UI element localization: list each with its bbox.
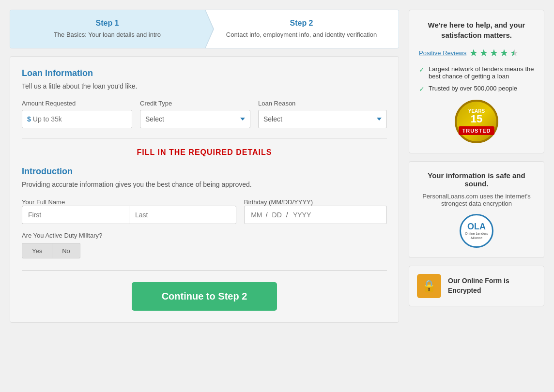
name-inputs [22,206,236,224]
step-2: Step 2 Contact info, employment info, an… [204,10,399,48]
check-icon-2: ✓ [419,85,425,93]
form-card: Loan Information Tell us a little about … [10,56,399,323]
loan-fields-row: Amount Requested $ Credit Type Select Lo… [22,100,387,128]
military-yes-button[interactable]: Yes [22,243,52,258]
dollar-sign: $ [27,115,31,123]
check-text-2: Trusted by over 500,000 people [429,85,517,92]
military-no-button[interactable]: No [52,243,80,258]
birthday-sep-1: / [266,211,268,219]
credit-select[interactable]: Select [140,110,250,128]
amount-label: Amount Requested [22,100,132,107]
section-divider-1 [22,138,387,138]
check-icon-1: ✓ [419,66,425,74]
birthday-label: Birthday (MM/DD/YYYY) [244,198,313,206]
check-text-1: Largest network of lenders means the bes… [429,65,534,80]
help-card: We're here to help, and your satisfactio… [409,10,544,153]
credit-label: Credit Type [140,100,250,107]
positive-reviews-link[interactable]: Positive Reviews [419,49,466,57]
step-1-label: Step 1 [20,19,195,28]
military-toggle: Yes No [22,243,387,258]
loan-section-subtitle: Tell us a little about the loan you'd li… [22,82,387,90]
stars-container: ★ ★ ★ ★ ★★ [469,47,519,59]
loan-section-title: Loan Information [22,68,387,78]
ola-badge: OLA Online Lenders Alliance [460,214,493,248]
stars-row: Positive Reviews ★ ★ ★ ★ ★★ [419,47,534,59]
section-divider-2 [22,270,387,271]
amount-group: Amount Requested $ [22,100,132,128]
step-1-desc: The Basics: Your loan details and intro [20,30,195,39]
lock-icon-box: 🔒 [417,274,441,298]
star-1: ★ [469,47,478,59]
star-2: ★ [479,47,488,59]
birthday-sep-2: / [286,211,288,219]
fill-required-notice: FILL IN THE REQUIRED DETAILS [22,148,387,157]
sidebar: We're here to help, and your satisfactio… [409,10,544,323]
check-item-2: ✓ Trusted by over 500,000 people [419,85,534,93]
birthday-month[interactable] [249,211,264,219]
ola-sub: Online Lenders Alliance [461,232,492,240]
steps-bar: Step 1 The Basics: Your loan details and… [10,10,399,48]
first-name-input[interactable] [22,206,129,224]
full-name-label: Your Full Name [22,198,65,206]
check-item-1: ✓ Largest network of lenders means the b… [419,65,534,80]
lock-icon: 🔒 [422,279,436,293]
star-4: ★ [500,47,508,59]
last-name-input[interactable] [129,206,236,224]
birthday-group: Birthday (MM/DD/YYYY) / / [244,198,387,224]
star-5-half: ★★ [510,47,519,59]
step-1: Step 1 The Basics: Your loan details and… [10,10,204,48]
reason-select[interactable]: Select [258,110,387,128]
badge-number: 15 [471,114,482,124]
safe-card-desc: PersonalLoans.com uses the internet's st… [419,193,534,207]
intro-fields-row: Your Full Name Birthday (MM/DD/YYYY) / / [22,198,387,224]
amount-input[interactable] [33,115,127,123]
step-2-label: Step 2 [214,19,389,28]
star-3: ★ [490,47,498,59]
encrypted-text: Our Online Form is Encrypted [448,276,536,295]
continue-button[interactable]: Continue to Step 2 [132,282,277,311]
birthday-input-wrapper[interactable]: / / [244,206,387,224]
encrypted-card: 🔒 Our Online Form is Encrypted [409,266,544,306]
badge-trusted-label: TRUSTED [459,126,495,135]
credit-group: Credit Type Select [140,100,250,128]
trusted-badge: YEARS 15 TRUSTED [419,100,534,143]
help-card-title: We're here to help, and your satisfactio… [419,20,534,40]
step-2-desc: Contact info, employment info, and ident… [214,30,389,39]
safe-card-title: Your information is safe and sound. [419,171,534,188]
reason-group: Loan Reason Select [258,100,387,128]
intro-section-title: Introduction [22,166,387,177]
intro-section-subtitle: Providing accurate information gives you… [22,181,387,188]
reason-label: Loan Reason [258,100,387,107]
military-label: Are You Active Duty Military? [22,232,387,239]
badge-circle: YEARS 15 TRUSTED [455,100,498,143]
safe-card: Your information is safe and sound. Pers… [409,161,544,258]
name-group: Your Full Name [22,198,236,224]
amount-input-wrapper[interactable]: $ [22,110,132,128]
birthday-year[interactable] [290,211,314,219]
ola-text: OLA [467,222,486,232]
birthday-day[interactable] [270,211,284,219]
